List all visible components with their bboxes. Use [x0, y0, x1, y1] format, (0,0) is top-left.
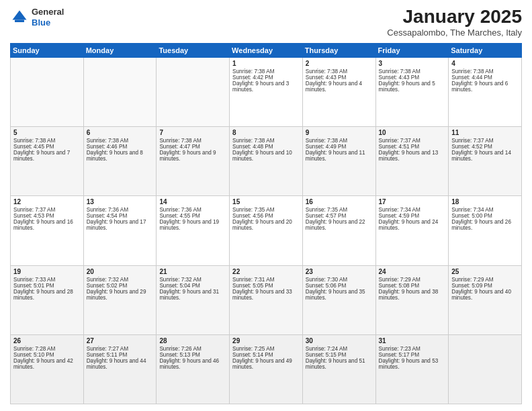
cell-text: Sunset: 4:53 PM: [13, 213, 81, 219]
cell-text: Daylight: 9 hours and 35 minutes.: [306, 289, 373, 301]
cell-text: Daylight: 9 hours and 16 minutes.: [13, 219, 81, 231]
cell-text: Sunset: 5:01 PM: [13, 283, 81, 289]
cell-text: Sunrise: 7:37 AM: [451, 138, 519, 144]
calendar-subtitle: Cessapalombo, The Marches, Italy: [387, 28, 522, 38]
cell-text: Sunrise: 7:36 AM: [159, 207, 226, 213]
cell-text: Sunset: 5:14 PM: [232, 352, 300, 358]
day-header-sunday: Sunday: [11, 43, 84, 57]
day-number: 21: [159, 268, 226, 275]
day-number: 8: [232, 129, 300, 136]
calendar-cell: 3Sunrise: 7:38 AMSunset: 4:43 PMDaylight…: [375, 57, 449, 126]
day-header-monday: Monday: [83, 43, 157, 57]
calendar-cell: 4Sunrise: 7:38 AMSunset: 4:44 PMDaylight…: [449, 57, 522, 126]
week-row-1: 1Sunrise: 7:38 AMSunset: 4:42 PMDaylight…: [11, 57, 522, 126]
cell-text: Daylight: 9 hours and 13 minutes.: [379, 150, 446, 162]
cell-text: Sunrise: 7:28 AM: [13, 346, 81, 352]
day-number: 13: [87, 198, 154, 205]
day-number: 15: [232, 198, 300, 205]
day-number: 3: [379, 60, 446, 67]
calendar-cell: [83, 57, 157, 126]
cell-text: Daylight: 9 hours and 44 minutes.: [87, 358, 154, 370]
calendar-title: January 2025: [387, 7, 522, 28]
calendar-cell: 24Sunrise: 7:29 AMSunset: 5:08 PMDayligh…: [375, 265, 449, 334]
day-number: 14: [159, 198, 226, 205]
cell-text: Daylight: 9 hours and 22 minutes.: [306, 219, 373, 231]
cell-text: Sunrise: 7:29 AM: [451, 277, 519, 283]
day-number: 4: [451, 60, 519, 67]
cell-text: Daylight: 9 hours and 11 minutes.: [306, 150, 373, 162]
cell-text: Sunrise: 7:38 AM: [306, 68, 373, 75]
cell-text: Sunrise: 7:27 AM: [87, 346, 154, 352]
cell-text: Sunrise: 7:33 AM: [13, 277, 81, 283]
calendar-cell: 19Sunrise: 7:33 AMSunset: 5:01 PMDayligh…: [11, 265, 84, 334]
cell-text: Sunset: 5:00 PM: [451, 213, 519, 219]
cell-text: Daylight: 9 hours and 46 minutes.: [159, 358, 226, 370]
calendar-cell: 10Sunrise: 7:37 AMSunset: 4:51 PMDayligh…: [375, 127, 449, 196]
cell-text: Sunset: 4:55 PM: [159, 213, 226, 219]
cell-text: Daylight: 9 hours and 20 minutes.: [232, 219, 300, 231]
calendar-cell: 15Sunrise: 7:35 AMSunset: 4:56 PMDayligh…: [230, 196, 303, 265]
cell-text: Sunset: 4:54 PM: [87, 213, 154, 219]
cell-text: Sunrise: 7:32 AM: [87, 277, 154, 283]
cell-text: Sunset: 5:11 PM: [87, 352, 154, 358]
cell-text: Sunset: 5:08 PM: [379, 283, 446, 289]
calendar-cell: 18Sunrise: 7:34 AMSunset: 5:00 PMDayligh…: [449, 196, 522, 265]
cell-text: Sunrise: 7:35 AM: [306, 207, 373, 213]
cell-text: Daylight: 9 hours and 17 minutes.: [87, 219, 154, 231]
cell-text: Sunset: 4:59 PM: [379, 213, 446, 219]
calendar-cell: 13Sunrise: 7:36 AMSunset: 4:54 PMDayligh…: [83, 196, 157, 265]
cell-text: Sunset: 5:15 PM: [306, 352, 373, 358]
cell-text: Sunset: 5:13 PM: [159, 352, 226, 358]
day-header-friday: Friday: [375, 43, 449, 57]
day-number: 11: [451, 129, 519, 136]
cell-text: Sunset: 4:48 PM: [232, 144, 300, 150]
header: General Blue January 2025 Cessapalombo, …: [10, 7, 522, 38]
calendar-cell: 14Sunrise: 7:36 AMSunset: 4:55 PMDayligh…: [157, 196, 230, 265]
cell-text: Sunrise: 7:35 AM: [232, 207, 300, 213]
cell-text: Sunrise: 7:26 AM: [159, 346, 226, 352]
cell-text: Daylight: 9 hours and 4 minutes.: [306, 81, 373, 93]
calendar-cell: 28Sunrise: 7:26 AMSunset: 5:13 PMDayligh…: [157, 334, 230, 404]
cell-text: Sunset: 4:56 PM: [232, 213, 300, 219]
calendar-cell: 8Sunrise: 7:38 AMSunset: 4:48 PMDaylight…: [230, 127, 303, 196]
calendar-cell: 11Sunrise: 7:37 AMSunset: 4:52 PMDayligh…: [449, 127, 522, 196]
logo-icon: [10, 8, 29, 27]
svg-rect-1: [15, 19, 24, 22]
cell-text: Sunset: 5:17 PM: [379, 352, 446, 358]
day-number: 12: [13, 198, 81, 205]
day-number: 10: [379, 129, 446, 136]
day-number: 17: [379, 198, 446, 205]
cell-text: Sunset: 4:51 PM: [379, 144, 446, 150]
calendar-cell: 26Sunrise: 7:28 AMSunset: 5:10 PMDayligh…: [11, 334, 84, 404]
day-number: 2: [306, 60, 373, 67]
cell-text: Sunset: 5:02 PM: [87, 283, 154, 289]
cell-text: Sunrise: 7:38 AM: [232, 138, 300, 144]
cell-text: Daylight: 9 hours and 14 minutes.: [451, 150, 519, 162]
day-number: 6: [87, 129, 154, 136]
cell-text: Daylight: 9 hours and 26 minutes.: [451, 219, 519, 231]
cell-text: Sunrise: 7:34 AM: [379, 207, 446, 213]
calendar-cell: 17Sunrise: 7:34 AMSunset: 4:59 PMDayligh…: [375, 196, 449, 265]
calendar-cell: 7Sunrise: 7:38 AMSunset: 4:47 PMDaylight…: [157, 127, 230, 196]
calendar-cell: 29Sunrise: 7:25 AMSunset: 5:14 PMDayligh…: [230, 334, 303, 404]
cell-text: Sunrise: 7:37 AM: [13, 207, 81, 213]
cell-text: Sunrise: 7:38 AM: [451, 68, 519, 75]
cell-text: Daylight: 9 hours and 29 minutes.: [87, 289, 154, 301]
cell-text: Sunset: 4:49 PM: [306, 144, 373, 150]
cell-text: Daylight: 9 hours and 28 minutes.: [13, 289, 81, 301]
cell-text: Daylight: 9 hours and 9 minutes.: [159, 150, 226, 162]
day-header-wednesday: Wednesday: [230, 43, 303, 57]
page: General Blue January 2025 Cessapalombo, …: [0, 0, 532, 411]
day-header-saturday: Saturday: [449, 43, 522, 57]
calendar-cell: [11, 57, 84, 126]
calendar-table: SundayMondayTuesdayWednesdayThursdayFrid…: [10, 43, 522, 404]
day-header-thursday: Thursday: [302, 43, 375, 57]
cell-text: Sunset: 4:43 PM: [306, 75, 373, 81]
calendar-cell: 9Sunrise: 7:38 AMSunset: 4:49 PMDaylight…: [302, 127, 375, 196]
cell-text: Sunrise: 7:38 AM: [232, 68, 300, 75]
cell-text: Daylight: 9 hours and 53 minutes.: [379, 358, 446, 370]
day-number: 1: [232, 60, 300, 67]
svg-marker-0: [13, 10, 27, 19]
day-header-tuesday: Tuesday: [157, 43, 230, 57]
cell-text: Daylight: 9 hours and 6 minutes.: [451, 81, 519, 93]
